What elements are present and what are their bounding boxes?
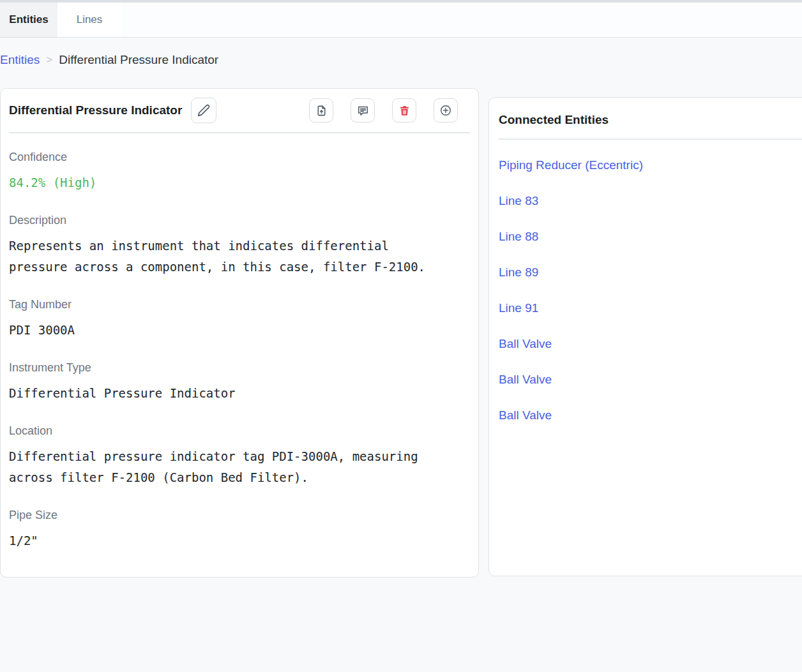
breadcrumb: Entities > Differential Pressure Indicat… (0, 52, 218, 68)
field-label: Pipe Size (9, 507, 470, 523)
field-location: Location Differential pressure indicator… (9, 423, 470, 488)
field-list: Confidence 84.2% (High) Description Repr… (1, 133, 478, 551)
connected-entity-link-line-91[interactable]: Line 91 (499, 299, 802, 317)
field-instrument-type: Instrument Type Differential Pressure In… (9, 360, 470, 404)
entity-title: Differential Pressure Indicator (9, 103, 182, 117)
tab-lines[interactable]: Lines (57, 3, 121, 37)
location-value: Differential pressure indicator tag PDI-… (9, 446, 443, 488)
trash-icon (398, 105, 411, 117)
field-label: Location (9, 423, 470, 438)
field-tag-number: Tag Number PDI 3000A (9, 297, 470, 341)
pipe-size-value: 1/2" (9, 530, 443, 551)
tab-bar: Entities Lines (0, 0, 802, 38)
field-description: Description Represents an instrument tha… (9, 213, 470, 278)
breadcrumb-entities-link[interactable]: Entities (0, 52, 40, 68)
connected-entity-link-ball-valve-2[interactable]: Ball Valve (499, 371, 802, 389)
field-label: Instrument Type (9, 360, 470, 375)
breadcrumb-current: Differential Pressure Indicator (59, 52, 218, 68)
connected-entity-link-piping-reducer[interactable]: Piping Reducer (Eccentric) (499, 156, 802, 174)
tab-entities[interactable]: Entities (0, 3, 57, 37)
breadcrumb-separator: > (46, 52, 52, 68)
comment-button[interactable] (351, 98, 375, 123)
connected-entity-link-line-88[interactable]: Line 88 (499, 228, 802, 246)
file-upload-icon (315, 105, 328, 117)
add-button[interactable] (434, 98, 458, 123)
connected-entity-link-line-83[interactable]: Line 83 (499, 192, 802, 210)
comment-icon (357, 105, 369, 117)
edit-button[interactable] (191, 98, 216, 123)
connected-entity-link-ball-valve-1[interactable]: Ball Valve (499, 335, 802, 353)
connected-entities-panel: Connected Entities Piping Reducer (Eccen… (488, 97, 802, 576)
entity-card-header: Differential Pressure Indicator (1, 89, 478, 124)
plus-circle-icon (439, 104, 452, 117)
description-value: Represents an instrument that indicates … (9, 235, 443, 278)
field-label: Description (9, 213, 470, 228)
entity-detail-card: Differential Pressure Indicator (0, 88, 479, 578)
pencil-icon (197, 104, 210, 117)
connected-entity-link-ball-valve-3[interactable]: Ball Valve (499, 407, 802, 424)
tag-number-value: PDI 3000A (9, 320, 443, 341)
field-label: Tag Number (9, 297, 470, 312)
field-pipe-size: Pipe Size 1/2" (9, 507, 470, 551)
action-button-group (309, 98, 458, 123)
delete-button[interactable] (392, 98, 416, 123)
connected-entity-link-line-89[interactable]: Line 89 (499, 264, 802, 281)
confidence-value: 84.2% (High) (9, 172, 443, 193)
connected-entities-title: Connected Entities (499, 112, 802, 128)
field-confidence: Confidence 84.2% (High) (9, 149, 470, 193)
field-label: Confidence (9, 149, 470, 165)
panel-divider (499, 138, 802, 140)
connected-entities-list: Piping Reducer (Eccentric) Line 83 Line … (499, 156, 802, 424)
upload-button[interactable] (309, 98, 333, 123)
instrument-type-value: Differential Pressure Indicator (9, 383, 443, 404)
